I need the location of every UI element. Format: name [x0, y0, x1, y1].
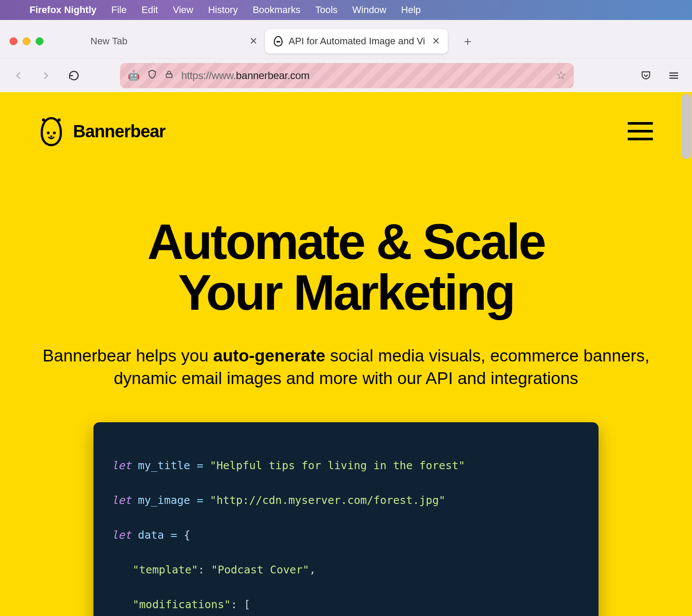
tab-new-tab[interactable]: New Tab ✕: [83, 29, 265, 53]
svg-point-8: [50, 136, 53, 138]
reload-button[interactable]: [66, 68, 82, 83]
svg-point-4: [42, 119, 45, 122]
url-text: https://www.bannerbear.com: [181, 70, 548, 82]
window-close-button[interactable]: [10, 37, 17, 45]
address-bar[interactable]: 🤖 https://www.bannerbear.com ☆: [120, 63, 574, 88]
svg-point-6: [47, 132, 50, 134]
menu-edit[interactable]: Edit: [141, 4, 158, 16]
app-name[interactable]: Firefox Nightly: [30, 4, 96, 16]
hero: Automate & Scale Your Marketing Bannerbe…: [0, 147, 692, 616]
app-menu-button[interactable]: [666, 68, 682, 83]
menu-tools[interactable]: Tools: [315, 4, 337, 16]
hero-headline: Automate & Scale Your Marketing: [35, 216, 657, 318]
scrollbar-thumb[interactable]: [682, 94, 691, 159]
site-menu-button[interactable]: [628, 122, 653, 140]
window-minimize-button[interactable]: [23, 37, 30, 45]
tab-title: New Tab: [90, 36, 127, 47]
new-tab-button[interactable]: ＋: [460, 33, 476, 49]
brand[interactable]: Bannerbear: [39, 116, 165, 147]
macos-menubar: Firefox Nightly File Edit View History B…: [0, 0, 692, 20]
brand-name: Bannerbear: [73, 122, 165, 141]
svg-point-7: [53, 132, 56, 134]
bannerbear-logo-icon: [39, 116, 63, 147]
code-sample: let my_title = "Helpful tips for living …: [93, 422, 599, 616]
site-header: Bannerbear: [0, 92, 692, 147]
tab-title: API for Automated Image and Vi: [289, 36, 425, 47]
menu-bookmarks[interactable]: Bookmarks: [253, 4, 300, 16]
svg-rect-0: [166, 74, 172, 77]
lock-icon[interactable]: [165, 70, 173, 82]
back-button[interactable]: [10, 68, 26, 83]
menu-file[interactable]: File: [111, 4, 126, 16]
window-controls: [10, 37, 43, 45]
menu-history[interactable]: History: [208, 4, 238, 16]
favicon-icon: [273, 36, 283, 46]
menu-window[interactable]: Window: [353, 4, 386, 16]
hero-subtext: Bannerbear helps you auto-generate socia…: [35, 344, 657, 390]
browser-chrome: New Tab ✕ API for Automated Image and Vi…: [0, 20, 692, 92]
forward-button[interactable]: [38, 68, 54, 83]
robot-icon: 🤖: [128, 70, 140, 81]
menu-view[interactable]: View: [173, 4, 193, 16]
tab-close-icon[interactable]: ✕: [432, 36, 440, 47]
svg-point-5: [58, 119, 61, 122]
menu-help[interactable]: Help: [401, 4, 421, 16]
tab-bannerbear[interactable]: API for Automated Image and Vi ✕: [265, 29, 448, 53]
browser-toolbar: 🤖 https://www.bannerbear.com ☆: [0, 58, 692, 92]
bookmark-star-icon[interactable]: ☆: [556, 69, 566, 82]
page-content: Bannerbear Automate & Scale Your Marketi…: [0, 92, 692, 616]
pocket-button[interactable]: [638, 68, 654, 83]
shield-icon[interactable]: [147, 69, 157, 82]
tab-strip: New Tab ✕ API for Automated Image and Vi…: [0, 20, 692, 58]
window-zoom-button[interactable]: [36, 37, 43, 45]
tab-close-icon[interactable]: ✕: [250, 36, 257, 47]
